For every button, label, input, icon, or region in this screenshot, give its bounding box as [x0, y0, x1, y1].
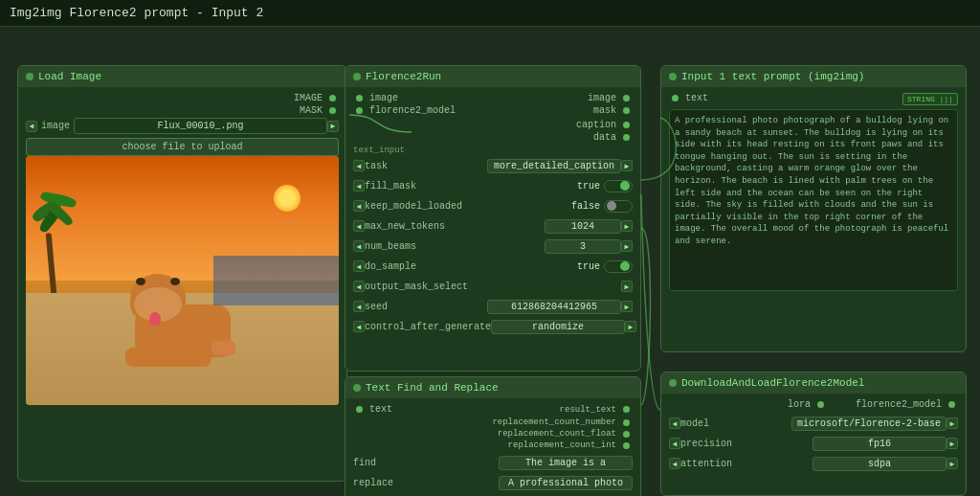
florence2run-title: Florence2Run — [366, 71, 441, 82]
tf-count-float-port[interactable] — [623, 431, 630, 438]
choose-file-button[interactable]: choose file to upload — [26, 138, 339, 156]
dl-field-0-prev[interactable]: ◀ — [669, 417, 680, 429]
input-text-title: Input 1 text prompt (img2img) — [681, 71, 864, 82]
dl-field-2-next[interactable]: ▶ — [947, 458, 958, 469]
download-model-title: DownloadAndLoadFlorence2Model — [681, 377, 864, 389]
florence-field-5-prev[interactable]: ◀ — [353, 260, 365, 272]
f2-model-in-port[interactable] — [356, 107, 363, 114]
florence-field-0-prev[interactable]: ◀ — [353, 160, 365, 171]
florence-field-0: ◀taskmore_detailed_caption▶ — [353, 157, 633, 174]
florence-field-2-value: false — [571, 201, 600, 212]
prev-image-btn[interactable]: ◀ — [26, 121, 37, 132]
florence-field-7-next[interactable]: ▶ — [621, 301, 633, 312]
florence-field-6: ◀output_mask_select▶ — [353, 278, 633, 295]
dl-field-2-value[interactable]: sdpa — [813, 457, 947, 471]
dl-field-1-prev[interactable]: ◀ — [669, 438, 680, 449]
florence-field-8-value[interactable]: randomize — [491, 320, 625, 334]
florence-field-4-next[interactable]: ▶ — [621, 240, 633, 252]
florence-field-6-next[interactable]: ▶ — [621, 281, 633, 292]
tf-text-in-port[interactable] — [356, 406, 363, 413]
dl-field-1-label: precision — [680, 439, 813, 449]
dl-ports-row: lora florence2_model — [669, 399, 958, 412]
prompt-text-content[interactable]: A professional photo photograph of a bul… — [669, 109, 958, 291]
dl-florence2-port[interactable] — [948, 401, 955, 408]
f2-mask-out-port[interactable] — [623, 107, 630, 114]
tf-count-int-port[interactable] — [623, 442, 630, 449]
dl-ports-right: lora florence2_model — [788, 399, 958, 412]
dl-lora-row: lora florence2_model — [788, 399, 958, 410]
florence2run-header: Florence2Run — [345, 66, 640, 87]
dl-field-1-value[interactable]: fp16 — [813, 437, 947, 451]
image-filename[interactable]: Flux_00010_.png — [74, 118, 327, 134]
tf-count-num-port[interactable] — [623, 419, 630, 426]
florence-field-4-prev[interactable]: ◀ — [353, 240, 365, 252]
tf-field-0: findThe image is a — [353, 454, 633, 471]
tf-field-0-value[interactable]: The image is a — [499, 456, 633, 470]
input-text-node: Input 1 text prompt (img2img) text STRIN… — [660, 65, 967, 352]
text-in-port[interactable] — [672, 95, 679, 101]
text-in-label: text — [685, 93, 708, 103]
tf-count-int-label: replacement_count_int — [508, 440, 616, 450]
f2-data-out-label: data — [593, 132, 616, 143]
dl-lora-label: lora — [788, 399, 811, 410]
input-text-header: Input 1 text prompt (img2img) — [661, 66, 966, 87]
tf-result-label: result_text — [560, 405, 616, 415]
florence-field-8-prev[interactable]: ◀ — [353, 321, 365, 332]
dl-field-2: ◀attentionsdpa▶ — [669, 455, 958, 472]
florence2run-body: image image florence2_model mask caption — [345, 87, 640, 344]
f2-caption-out-port[interactable] — [623, 122, 630, 128]
mask-port-row: MASK — [26, 105, 339, 116]
f2-image-out-port[interactable] — [623, 95, 630, 101]
florence-field-8-next[interactable]: ▶ — [625, 321, 636, 332]
florence-field-7-prev[interactable]: ◀ — [353, 301, 365, 312]
florence-field-2: ◀keep_model_loadedfalse — [353, 197, 633, 214]
florence-field-7-value[interactable]: 612868204412965 — [487, 300, 621, 314]
florence-field-1-toggle[interactable] — [604, 180, 633, 192]
image-preview — [26, 156, 339, 405]
mask-port-label: MASK — [300, 105, 323, 116]
florence-field-3-prev[interactable]: ◀ — [353, 220, 365, 232]
bulldog-scene — [26, 156, 339, 405]
text-find-header: Text Find and Replace — [345, 377, 640, 398]
tf-count-float-row: replacement_count_float — [353, 429, 633, 439]
dl-field-0: ◀modelmicrosoft/Florence-2-base▶ — [669, 415, 958, 432]
dl-field-2-prev[interactable]: ◀ — [669, 458, 680, 469]
dl-field-1-next[interactable]: ▶ — [947, 438, 958, 449]
dl-lora-port[interactable] — [817, 401, 824, 408]
f2-image-out-label: image — [588, 93, 616, 103]
dl-field-0-value[interactable]: microsoft/Florence-2-base — [791, 417, 947, 431]
florence-field-3-value[interactable]: 1024 — [545, 219, 621, 234]
tf-field-1-value[interactable]: A professional photo — [499, 476, 633, 490]
dl-field-0-label: model — [680, 418, 791, 429]
florence-field-3: ◀max_new_tokens1024▶ — [353, 217, 633, 235]
dog-head — [130, 274, 186, 324]
f2-data-out-row: data — [353, 132, 633, 143]
florence-field-5-toggle[interactable] — [604, 260, 633, 273]
f2-image-in-port[interactable] — [356, 95, 363, 101]
florence-field-0-value[interactable]: more_detailed_caption — [487, 159, 621, 173]
florence-field-3-label: max_new_tokens — [365, 221, 545, 232]
florence-field-1-prev[interactable]: ◀ — [353, 180, 365, 192]
input-text-body: text STRING ||| A professional photo pho… — [661, 87, 966, 297]
dl-field-0-next[interactable]: ▶ — [947, 417, 958, 429]
florence-field-6-prev[interactable]: ◀ — [353, 281, 365, 292]
f2-data-out-port[interactable] — [623, 134, 630, 141]
florence-field-2-prev[interactable]: ◀ — [353, 200, 365, 212]
text-find-dot — [353, 384, 361, 392]
florence-field-5-label: do_sample — [365, 261, 577, 272]
download-model-body: lora florence2_model ◀modelmicrosoft/Flo… — [661, 394, 966, 481]
image-out-port[interactable] — [329, 95, 336, 101]
tf-result-port[interactable] — [623, 406, 630, 413]
florence-field-2-toggle[interactable] — [604, 200, 633, 213]
image-port-label: IMAGE — [294, 93, 323, 103]
tf-text-in-label: text — [369, 404, 392, 415]
florence-field-3-next[interactable]: ▶ — [621, 220, 633, 232]
florence-field-0-next[interactable]: ▶ — [621, 160, 633, 171]
text-find-body: text result_text replacement_count_numbe… — [345, 398, 640, 496]
mask-out-port[interactable] — [329, 107, 336, 114]
next-image-btn[interactable]: ▶ — [327, 121, 339, 132]
florence-field-4-value[interactable]: 3 — [545, 239, 621, 254]
f2-model-in-label: florence2_model — [369, 105, 456, 116]
tf-count-num-label: replacement_count_number — [492, 417, 616, 427]
filename-row: ◀ image Flux_00010_.png ▶ — [26, 118, 339, 134]
